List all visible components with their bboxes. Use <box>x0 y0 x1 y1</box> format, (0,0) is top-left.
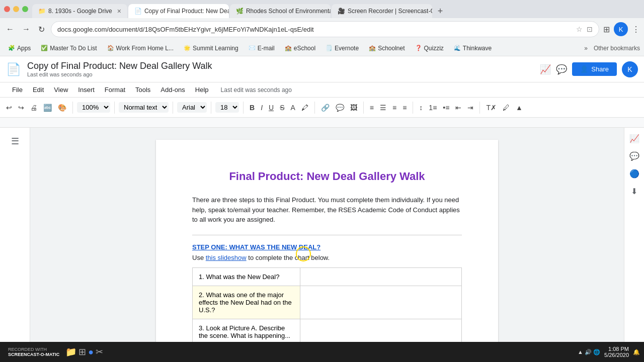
align-right-button[interactable]: ≡ <box>390 103 398 113</box>
refresh-button[interactable]: ↻ <box>36 23 47 36</box>
paint-format-button[interactable]: 🎨 <box>56 103 68 113</box>
docs-avatar[interactable]: K <box>622 61 638 77</box>
menu-tools[interactable]: Tools <box>131 84 154 96</box>
insert-image-button[interactable]: 🖼 <box>348 103 359 113</box>
comments-panel-icon[interactable]: 💬 <box>627 149 641 163</box>
tab-favicon-rhodes: 🌿 <box>236 8 243 15</box>
menu-insert[interactable]: Insert <box>74 84 99 96</box>
text-color-button[interactable]: A <box>288 103 297 113</box>
taskbar-snip-icon[interactable]: ✂ <box>96 346 103 357</box>
screencast-taskbar[interactable]: RECORDED WITHSCREENCAST-O-MATIC <box>4 346 63 358</box>
back-button[interactable]: ← <box>4 23 16 36</box>
font-size-select[interactable]: 18 <box>215 102 239 113</box>
toolbar-sep-3 <box>173 102 173 114</box>
bookmark-quizziz[interactable]: ❓ Quizziz <box>411 44 448 53</box>
analytics-icon[interactable]: 📈 <box>540 64 551 75</box>
insert-link-button[interactable]: 🔗 <box>319 103 332 113</box>
extensions-icon[interactable]: ⊞ <box>603 25 610 34</box>
document-area[interactable]: Final Product: New Deal Gallery Walk The… <box>30 128 624 362</box>
menu-help[interactable]: Help <box>191 84 213 96</box>
table-cell-q2[interactable]: 2. What was one of the major effects the… <box>193 286 300 319</box>
menu-format[interactable]: Format <box>101 84 129 96</box>
bookmark-evernote[interactable]: 🗒️ Evernote <box>321 44 363 53</box>
align-center-button[interactable]: ☰ <box>378 103 388 113</box>
bookmark-todo[interactable]: ✅ Master To Do List <box>37 44 101 53</box>
align-left-button[interactable]: ≡ <box>368 103 376 113</box>
numbered-list-button[interactable]: 1≡ <box>427 103 439 113</box>
italic-button[interactable]: I <box>259 103 265 113</box>
tab-screencast[interactable]: 🎥 Screen Recorder | Screencast-O... × <box>332 4 432 18</box>
highlight-button[interactable]: 🖍 <box>299 103 310 113</box>
tab-docs[interactable]: 📄 Copy of Final Product: New Dea... × <box>128 4 229 18</box>
bookmark-wfh[interactable]: 🏠 Work From Home L... <box>103 44 178 53</box>
taskbar-windows-icon[interactable]: ⊞ <box>78 346 86 357</box>
spellcheck-button[interactable]: 🔤 <box>41 103 54 113</box>
undo-button[interactable]: ↩ <box>4 103 14 113</box>
clear-formatting-button[interactable]: T✗ <box>484 103 499 113</box>
outline-icon[interactable]: ☰ <box>7 132 23 151</box>
table-cell-q1[interactable]: 1. What was the New Deal? <box>193 267 300 286</box>
account-icon[interactable]: K <box>614 22 628 36</box>
address-bar[interactable]: docs.google.com/document/d/18QsOFm5tbEHz… <box>51 21 599 37</box>
share-button[interactable]: 👤 Share <box>572 62 617 76</box>
style-select[interactable]: Normal text <box>119 102 169 113</box>
minimize-btn[interactable] <box>13 6 19 12</box>
bookmark-schoolnet[interactable]: 🏫 Schoolnet <box>365 44 409 53</box>
more-options-icon[interactable]: ⋮ <box>632 25 640 34</box>
bookmark-summit[interactable]: 🌟 Summit Learning <box>180 44 243 53</box>
profile-avatar[interactable]: K <box>614 22 628 36</box>
more-bookmarks[interactable]: » <box>584 45 588 52</box>
bullet-list-button[interactable]: •≡ <box>441 103 451 113</box>
increase-indent-button[interactable]: ⇥ <box>465 103 475 113</box>
insert-comment-button[interactable]: 💬 <box>334 103 346 113</box>
tab-rhodes[interactable]: 🌿 Rhodes School of Environmental... × <box>230 4 331 18</box>
redo-button[interactable]: ↪ <box>16 103 26 113</box>
justify-button[interactable]: ≡ <box>400 103 409 113</box>
table-cell-a2[interactable] <box>300 286 462 319</box>
bold-button[interactable]: B <box>248 103 257 113</box>
docs-logo-icon[interactable]: 📄 <box>6 62 21 76</box>
step-one-heading[interactable]: STEP ONE: WHAT WAS THE NEW DEAL? <box>192 243 462 251</box>
toolbar-sep-2 <box>114 102 115 114</box>
zoom-select[interactable]: 100% <box>77 102 110 113</box>
highlight-color-button[interactable]: 🖊 <box>501 103 512 113</box>
print-button[interactable]: 🖨 <box>28 103 39 113</box>
tab-close-drive[interactable]: × <box>117 7 121 15</box>
reader-mode-icon[interactable]: ⊡ <box>587 25 593 33</box>
wfh-bookmark-icon: 🏠 <box>107 45 114 51</box>
forward-button[interactable]: → <box>20 23 32 36</box>
table-cell-a1[interactable] <box>300 267 462 286</box>
expand-toolbar-button[interactable]: ▲ <box>514 103 525 113</box>
menu-view[interactable]: View <box>50 84 72 96</box>
scroll-down-icon[interactable]: ⬇ <box>629 185 639 198</box>
explore-icon[interactable]: 📈 <box>627 132 641 145</box>
strikethrough-button[interactable]: S <box>278 103 286 113</box>
notification-icon[interactable]: 🔔 <box>633 349 640 355</box>
docs-document-title[interactable]: Copy of Final Product: New Deal Gallery … <box>27 61 534 71</box>
taskbar-folder-icon[interactable]: 📁 <box>65 346 76 357</box>
bookmark-eschool[interactable]: 🏫 eSchool <box>281 44 319 53</box>
font-select[interactable]: Arial <box>177 102 207 113</box>
close-btn[interactable] <box>4 6 10 12</box>
menu-addons[interactable]: Add-ons <box>156 84 189 96</box>
line-spacing-button[interactable]: ↕ <box>417 103 425 113</box>
bookmark-email[interactable]: ✉️ E-mail <box>245 44 279 53</box>
other-bookmarks[interactable]: Other bookmarks <box>594 45 640 52</box>
menu-edit[interactable]: Edit <box>29 84 48 96</box>
bookmark-thinkwave[interactable]: 🌊 Thinkwave <box>450 44 496 53</box>
menu-file[interactable]: File <box>8 84 27 96</box>
slideshow-link[interactable]: this slideshow <box>206 254 247 261</box>
table-cell-a3[interactable] <box>300 319 462 344</box>
comments-icon[interactable]: 💬 <box>556 64 567 75</box>
bookmark-apps[interactable]: 🧩 Apps <box>4 44 35 53</box>
taskbar-chrome-icon[interactable]: ● <box>88 347 94 357</box>
chat-icon[interactable]: 🔵 <box>627 167 641 180</box>
maximize-btn[interactable] <box>22 6 28 12</box>
bookmark-star-icon[interactable]: ☆ <box>576 25 583 33</box>
decrease-indent-button[interactable]: ⇤ <box>453 103 463 113</box>
new-tab-button[interactable]: + <box>433 4 447 18</box>
window-controls <box>4 6 28 12</box>
tab-drive[interactable]: 📁 8. 1930s - Google Drive × <box>32 4 127 18</box>
underline-button[interactable]: U <box>267 103 276 113</box>
table-cell-q3[interactable]: 3. Look at Picture A. Describe the scene… <box>193 319 300 344</box>
